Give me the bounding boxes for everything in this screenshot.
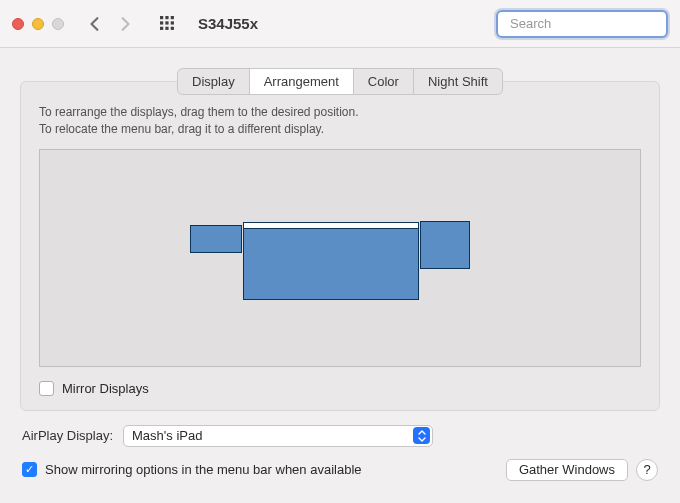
airplay-select[interactable]: Mash's iPad: [123, 425, 433, 447]
tab-display[interactable]: Display: [178, 69, 250, 94]
chevron-right-icon: [118, 17, 132, 31]
arrangement-canvas[interactable]: [39, 149, 641, 367]
svg-rect-3: [160, 21, 163, 24]
svg-rect-5: [170, 21, 173, 24]
instruction-line: To rearrange the displays, drag them to …: [39, 104, 641, 121]
svg-rect-2: [170, 16, 173, 19]
svg-rect-8: [170, 27, 173, 30]
svg-rect-7: [165, 27, 168, 30]
tab-arrangement[interactable]: Arrangement: [250, 69, 354, 94]
tab-color[interactable]: Color: [354, 69, 414, 94]
gather-windows-button[interactable]: Gather Windows: [506, 459, 628, 481]
svg-rect-1: [165, 16, 168, 19]
svg-rect-4: [165, 21, 168, 24]
svg-rect-6: [160, 27, 163, 30]
footer-area: AirPlay Display: Mash's iPad ✓ Show mirr…: [20, 411, 660, 481]
gather-windows-label: Gather Windows: [519, 462, 615, 477]
back-button[interactable]: [82, 12, 108, 36]
mirror-displays-label: Mirror Displays: [62, 381, 149, 396]
display-rect-left[interactable]: [190, 225, 242, 253]
show-all-button[interactable]: [154, 12, 180, 36]
airplay-label: AirPlay Display:: [22, 428, 113, 443]
arrangement-panel: To rearrange the displays, drag them to …: [20, 81, 660, 411]
search-input[interactable]: [508, 15, 680, 32]
instructions: To rearrange the displays, drag them to …: [39, 104, 641, 139]
tab-night-shift[interactable]: Night Shift: [414, 69, 502, 94]
mirror-displays-checkbox[interactable]: [39, 381, 54, 396]
bottom-row: ✓ Show mirroring options in the menu bar…: [22, 459, 658, 481]
forward-button: [112, 12, 138, 36]
help-button[interactable]: ?: [636, 459, 658, 481]
mirror-displays-row: Mirror Displays: [39, 381, 641, 396]
show-mirroring-checkbox[interactable]: ✓: [22, 462, 37, 477]
close-button[interactable]: [12, 18, 24, 30]
updown-chevron-icon: [417, 430, 427, 442]
show-mirroring-label: Show mirroring options in the menu bar w…: [45, 462, 362, 477]
airplay-row: AirPlay Display: Mash's iPad: [22, 425, 658, 447]
airplay-selected-value: Mash's iPad: [132, 428, 202, 443]
content-area: Display Arrangement Color Night Shift To…: [0, 48, 680, 503]
minimize-button[interactable]: [32, 18, 44, 30]
titlebar: S34J55x: [0, 0, 680, 48]
display-rect-main[interactable]: [243, 222, 419, 300]
maximize-button: [52, 18, 64, 30]
grid-icon: [160, 16, 175, 31]
window-title: S34J55x: [198, 15, 258, 32]
chevron-left-icon: [88, 17, 102, 31]
window-controls: [12, 18, 64, 30]
tab-bar: Display Arrangement Color Night Shift: [177, 68, 503, 95]
instruction-line: To relocate the menu bar, drag it to a d…: [39, 121, 641, 138]
display-rect-right[interactable]: [420, 221, 470, 269]
svg-rect-0: [160, 16, 163, 19]
search-field[interactable]: [496, 10, 668, 38]
nav-arrows: [82, 12, 138, 36]
help-label: ?: [643, 462, 650, 477]
select-stepper[interactable]: [413, 427, 430, 444]
